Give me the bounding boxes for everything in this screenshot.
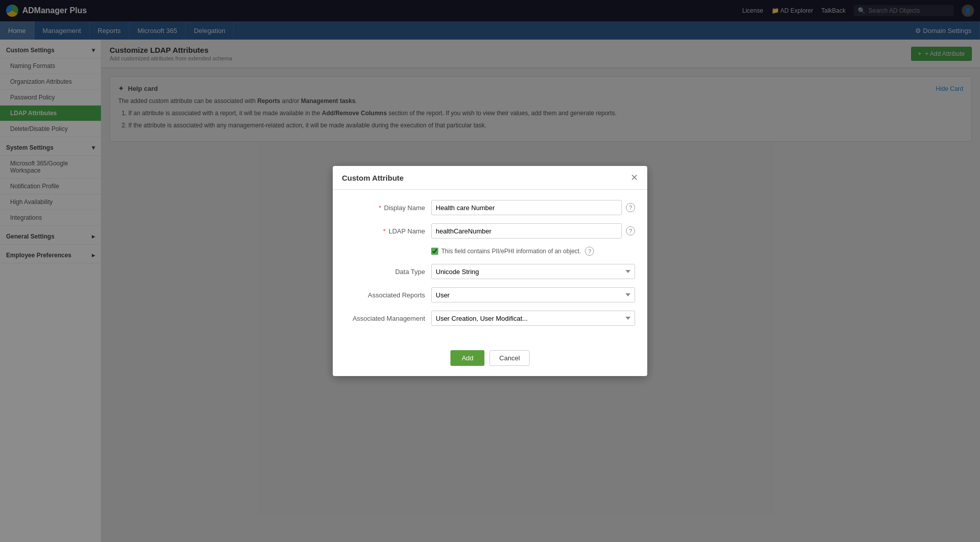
modal-header: Custom Attribute ✕ bbox=[333, 166, 647, 190]
pii-checkbox-row: This field contains PII/ePHI information… bbox=[345, 247, 635, 256]
assoc-reports-row: Associated Reports User Computer Group C… bbox=[345, 287, 635, 302]
ldap-name-help-icon[interactable]: ? bbox=[626, 226, 635, 235]
modal-title: Custom Attribute bbox=[342, 174, 404, 182]
display-name-input[interactable] bbox=[431, 200, 622, 215]
assoc-mgmt-select[interactable]: User Creation, User Modificat... None bbox=[431, 311, 635, 326]
pii-label: This field contains PII/ePHI information… bbox=[441, 248, 581, 255]
ldap-name-label: * LDAP Name bbox=[345, 227, 431, 235]
modal-close-button[interactable]: ✕ bbox=[631, 173, 638, 182]
display-name-help-icon[interactable]: ? bbox=[626, 203, 635, 212]
pii-help-icon[interactable]: ? bbox=[585, 247, 594, 256]
data-type-label: Data Type bbox=[345, 268, 431, 276]
modal-add-button[interactable]: Add bbox=[450, 350, 484, 366]
ldap-name-input[interactable] bbox=[431, 223, 622, 239]
modal-footer: Add Cancel bbox=[333, 344, 647, 376]
required-star: * bbox=[378, 204, 381, 212]
data-type-select[interactable]: Unicode String Integer Boolean DN String… bbox=[431, 264, 635, 279]
custom-attribute-modal: Custom Attribute ✕ * Display Name ? * LD… bbox=[333, 166, 647, 376]
modal-cancel-button[interactable]: Cancel bbox=[489, 350, 529, 366]
pii-checkbox[interactable] bbox=[431, 248, 438, 255]
display-name-label: * Display Name bbox=[345, 204, 431, 212]
assoc-mgmt-label: Associated Management bbox=[345, 315, 431, 322]
ldap-name-row: * LDAP Name ? bbox=[345, 223, 635, 239]
assoc-mgmt-row: Associated Management User Creation, Use… bbox=[345, 311, 635, 326]
modal-overlay: Custom Attribute ✕ * Display Name ? * LD… bbox=[0, 0, 980, 542]
display-name-row: * Display Name ? bbox=[345, 200, 635, 215]
assoc-reports-label: Associated Reports bbox=[345, 291, 431, 299]
assoc-reports-select[interactable]: User Computer Group Contact bbox=[431, 287, 635, 302]
required-star: * bbox=[383, 227, 386, 235]
modal-body: * Display Name ? * LDAP Name ? This fiel… bbox=[333, 190, 647, 344]
data-type-row: Data Type Unicode String Integer Boolean… bbox=[345, 264, 635, 279]
